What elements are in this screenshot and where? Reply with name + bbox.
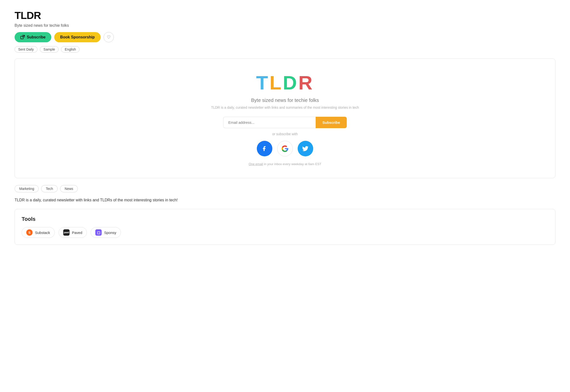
sponsorship-label: Book Sponsorship [60,35,95,39]
paved-icon: paved [63,229,70,236]
email-input[interactable] [223,117,316,128]
action-buttons-row: Subscribe Book Sponsorship ♡ [14,32,556,42]
category-tags-row: Marketing Tech News [14,185,556,192]
email-subscribe-row: Subscribe [25,117,545,128]
external-link-icon [20,35,25,39]
tools-list: S Substack paved Paved ◻ Sponsy [22,227,548,238]
twitter-button[interactable] [298,141,313,156]
english-tag: English [61,46,80,53]
one-email-suffix: in your inbox every weekday at 6am EST [263,162,321,166]
substack-icon: S [26,229,33,236]
paved-label: Paved [72,231,83,235]
tools-title: Tools [22,216,548,222]
category-tech[interactable]: Tech [41,185,58,192]
category-marketing[interactable]: Marketing [14,185,39,192]
book-sponsorship-button[interactable]: Book Sponsorship [54,32,100,42]
preview-card: TLDR Byte sized news for techie folks TL… [14,58,556,178]
preview-tagline: Byte sized news for techie folks [25,98,545,103]
sponsy-label: Sponsy [104,231,116,235]
tools-card: Tools S Substack paved Paved ◻ Sponsy [14,209,556,245]
preview-description: TLDR is a daily, curated newsletter with… [25,106,545,110]
preview-logo: TLDR [25,73,545,93]
inline-subscribe-label: Subscribe [322,120,340,125]
logo-t: T [256,72,269,94]
logo-l: L [269,72,283,94]
category-news[interactable]: News [60,185,78,192]
subscribe-label: Subscribe [27,35,45,39]
site-header: TLDR Byte sized news for techie folks [14,10,556,28]
favorite-button[interactable]: ♡ [104,32,114,42]
logo-r: R [298,72,314,94]
tool-sponsy[interactable]: ◻ Sponsy [91,227,121,238]
substack-label: Substack [35,231,50,235]
tool-substack[interactable]: S Substack [22,227,55,238]
sample-tag: Sample [40,46,59,53]
site-tagline: Byte sized news for techie folks [14,23,556,28]
sponsy-icon: ◻ [95,229,102,236]
tool-paved[interactable]: paved Paved [59,227,87,238]
one-email-link[interactable]: One email [249,162,263,166]
tags-row: Sent Daily Sample English [14,46,556,53]
google-button[interactable] [277,141,293,156]
facebook-button[interactable] [257,141,272,156]
or-subscribe-text: or subscribe with [25,132,545,136]
site-title: TLDR [14,10,556,21]
heart-icon: ♡ [107,35,111,40]
social-icons-row [25,141,545,156]
logo-d: D [283,72,298,94]
one-email-text: One email in your inbox every weekday at… [25,162,545,166]
main-description: TLDR is a daily, curated newsletter with… [14,197,556,203]
sent-daily-tag: Sent Daily [14,46,37,53]
inline-subscribe-button[interactable]: Subscribe [316,117,347,128]
subscribe-button[interactable]: Subscribe [14,32,51,42]
